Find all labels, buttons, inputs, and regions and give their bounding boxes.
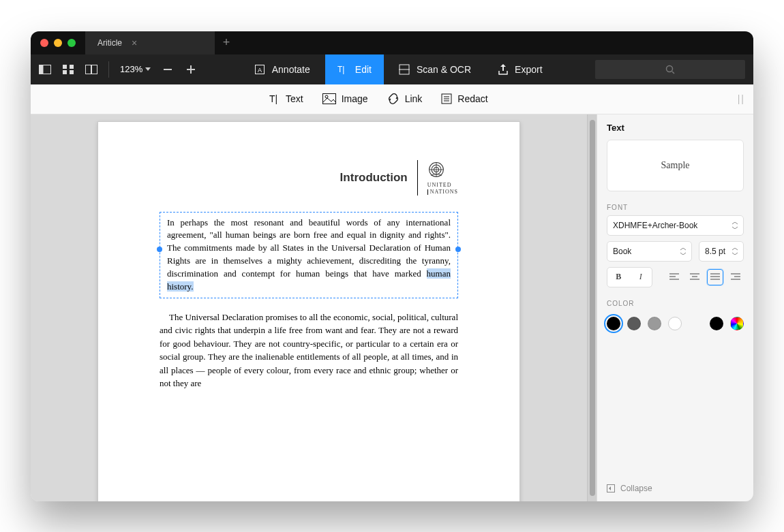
content-area: Introduction UNITED NATIONS [31,114,753,501]
new-tab-button[interactable]: + [215,35,238,50]
font-family-select[interactable]: XDHMFE+Archer-Book [607,215,744,236]
color-swatch-white[interactable] [668,317,682,330]
svg-point-16 [667,65,673,72]
svg-point-20 [325,95,328,98]
color-swatch-current[interactable] [710,317,723,330]
font-section-label: FONT [607,204,744,211]
document-tab-title: Ariticle [97,38,122,48]
thumbnails-icon[interactable] [58,59,78,80]
color-swatch-black[interactable] [607,317,620,330]
svg-rect-7 [92,65,97,74]
svg-rect-5 [70,70,74,74]
annotate-label: Annotate [272,64,310,75]
chevron-updown-icon [732,248,738,255]
un-logo-block: UNITED NATIONS [427,161,458,195]
redact-tool-icon [441,93,452,104]
font-sample-preview: Sample [607,140,744,191]
un-emblem-icon [427,161,445,178]
color-swatch-dark-gray[interactable] [627,317,641,330]
italic-button[interactable]: I [630,268,652,287]
close-window[interactable] [40,39,48,47]
search-field[interactable] [595,60,745,79]
sidebar-toggle-icon[interactable] [35,59,55,80]
maximize-window[interactable] [67,39,76,47]
vertical-scrollbar[interactable] [587,114,597,501]
color-picker-wheel[interactable] [730,317,744,330]
font-weight-select[interactable]: Book [607,241,692,262]
zoom-out-button[interactable] [157,59,178,80]
font-style-group: B I [607,267,652,287]
scroll-thumb[interactable] [590,120,595,496]
align-left-button[interactable] [666,269,682,285]
para1-text: In perhaps the most resonant and beautif… [167,217,451,279]
align-center-button[interactable] [687,269,703,285]
page-viewport[interactable]: Introduction UNITED NATIONS [31,114,587,501]
document-tab[interactable]: Ariticle × [85,31,215,54]
edit-link-tool[interactable]: Link [387,93,423,104]
chevron-updown-icon [680,248,686,255]
divider [108,61,109,78]
svg-text:A: A [258,67,262,74]
scan-icon [399,64,410,75]
annotate-mode-button[interactable]: A Annotate [242,54,322,84]
export-button[interactable]: Export [486,54,554,84]
un-line2: NATIONS [427,189,458,195]
para2-text: The Universal Declaration promises to al… [160,311,458,390]
svg-rect-4 [63,70,67,74]
page-heading: Introduction [340,171,408,185]
export-icon [498,64,508,75]
svg-line-17 [672,72,674,74]
font-size-value: 8.5 pt [705,247,725,256]
svg-rect-3 [70,65,74,69]
edit-redact-tool[interactable]: Redact [441,93,487,104]
sample-text: Sample [661,160,690,171]
font-size-select[interactable]: 8.5 pt [699,241,744,262]
align-justify-button[interactable] [707,269,723,285]
link-tool-icon [387,93,399,104]
font-family-value: XDHMFE+Archer-Book [613,221,697,230]
svg-text:T|: T| [337,65,344,74]
panel-toggle-grip-icon[interactable]: || [738,93,745,104]
zoom-level[interactable]: 123% [116,64,155,74]
collapse-panel-button[interactable]: Collapse [607,484,744,493]
edit-image-tool[interactable]: Image [322,93,368,104]
selected-text-block[interactable]: In perhaps the most resonant and beautif… [160,212,458,298]
scan-ocr-label: Scan & OCR [417,64,471,75]
edit-icon: T| [337,64,348,75]
svg-rect-19 [322,94,335,104]
text-align-group [666,269,744,285]
panel-title: Text [607,123,744,133]
document-page: Introduction UNITED NATIONS [97,121,520,501]
chevron-down-icon [145,67,151,72]
app-window: Ariticle × + 123% A Annotate [31,31,753,501]
edit-image-label: Image [342,93,368,104]
bold-button[interactable]: B [607,268,630,287]
edit-text-tool[interactable]: T| Text [269,93,303,104]
edit-label: Edit [355,64,372,75]
edit-sub-toolbar: T| Text Image Link Redact || [31,84,753,114]
scan-ocr-button[interactable]: Scan & OCR [387,54,483,84]
align-right-button[interactable] [727,269,744,285]
edit-redact-label: Redact [457,93,487,104]
window-controls [31,39,85,47]
svg-rect-6 [86,65,91,74]
image-tool-icon [322,93,336,104]
edit-mode-button[interactable]: T| Edit [325,54,384,84]
svg-rect-8 [164,69,172,70]
search-icon [665,65,675,74]
properties-panel: Text Sample FONT XDHMFE+Archer-Book Book… [597,114,753,501]
color-swatch-gray[interactable] [648,317,661,330]
minimize-window[interactable] [54,39,62,47]
annotate-icon: A [254,64,265,75]
zoom-in-button[interactable] [181,59,201,80]
edit-link-label: Link [405,93,423,104]
collapse-label: Collapse [620,484,652,493]
text-tool-icon: T| [269,93,280,104]
close-tab-icon[interactable]: × [132,37,137,48]
two-page-view-icon[interactable] [81,59,102,80]
resize-handle-left[interactable] [157,247,162,252]
collapse-icon [607,484,615,492]
color-section-label: COLOR [607,300,744,307]
font-weight-value: Book [613,247,631,256]
resize-handle-right[interactable] [455,247,461,252]
